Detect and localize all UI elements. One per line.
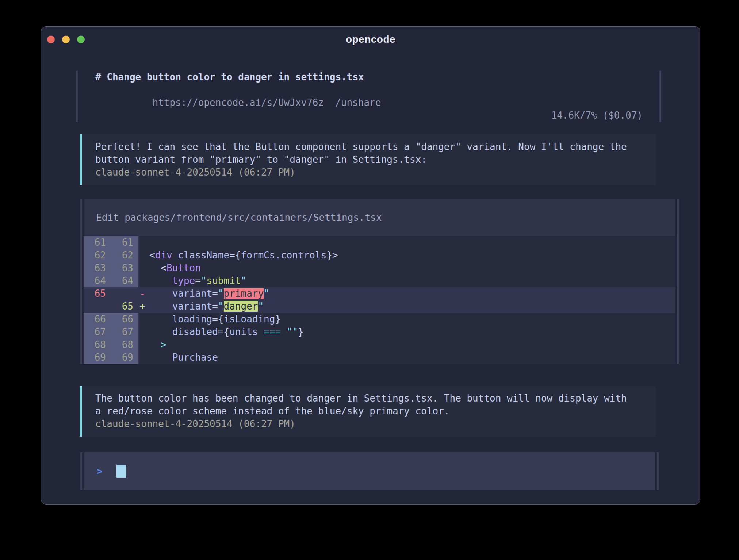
diff-new-line-number: 67	[111, 326, 138, 338]
share-url-link[interactable]: https://opencode.ai/s/UwJxv76z	[153, 97, 324, 108]
diff-new-line-number: 66	[111, 313, 138, 326]
diff-old-line-number	[84, 300, 111, 313]
session-title: # Change button color to danger in setti…	[95, 71, 381, 84]
diff-code-line: >	[146, 338, 675, 351]
diff-sign: +	[138, 300, 146, 313]
prompt-left-rule	[80, 452, 82, 490]
diff-new-line-number: 65	[111, 300, 138, 313]
header-right-rule	[659, 71, 661, 122]
opencode-window: opencode # Change button color to danger…	[41, 26, 700, 505]
prompt-row: >	[80, 452, 700, 490]
edit-tool-title: Edit packages/frontend/src/containers/Se…	[84, 199, 675, 236]
diff-row: 6262<div className={formCs.controls}>	[84, 249, 675, 262]
diff-code-line: <Button	[146, 262, 675, 275]
minimize-button[interactable]	[62, 36, 70, 43]
diff-old-line-number: 62	[84, 249, 111, 262]
edit-tool-card: Edit packages/frontend/src/containers/Se…	[80, 199, 700, 364]
diff-row: 6767 disabled={units === ""}	[84, 326, 675, 338]
diff-code-line: <div className={formCs.controls}>	[146, 249, 675, 262]
message-line: button variant from "primary" to "danger…	[95, 153, 645, 166]
diff-row: 6868 >	[84, 338, 675, 351]
diff-old-line-number: 68	[84, 338, 111, 351]
diff-new-line-number: 61	[111, 236, 138, 249]
context-usage: 14.6K/7% ($0.07)	[551, 109, 643, 122]
prompt-input[interactable]: >	[84, 452, 655, 490]
diff-new-line-number: 69	[111, 351, 138, 364]
diff-row: 65- variant="primary"	[84, 287, 675, 300]
message-line: a red/rose color scheme instead of the b…	[95, 405, 645, 418]
diff-old-line-number: 65	[84, 287, 111, 300]
diff-new-line-number: 64	[111, 275, 138, 287]
message-model-meta: claude-sonnet-4-20250514 (06:27 PM)	[95, 418, 645, 430]
assistant-message: Perfect! I can see that the Button compo…	[80, 134, 656, 185]
traffic-lights	[47, 36, 85, 43]
diff-code-line: variant="danger"	[146, 300, 675, 313]
prompt-symbol: >	[97, 466, 103, 477]
diff-old-line-number: 64	[84, 275, 111, 287]
diff-old-line-number: 67	[84, 326, 111, 338]
message-line: The button color has been changed to dan…	[95, 392, 645, 405]
message-line: Perfect! I can see that the Button compo…	[95, 141, 645, 153]
assistant-message: The button color has been changed to dan…	[80, 386, 656, 437]
diff-old-line-number: 69	[84, 351, 111, 364]
message-model-meta: claude-sonnet-4-20250514 (06:27 PM)	[95, 166, 645, 179]
diff-new-line-number	[111, 287, 138, 300]
diff-row: 6464 type="submit"	[84, 275, 675, 287]
diff-old-line-number: 63	[84, 262, 111, 275]
zoom-button[interactable]	[77, 36, 85, 43]
diff-new-line-number: 63	[111, 262, 138, 275]
diff-row: 6666 loading={isLoading}	[84, 313, 675, 326]
diff-sign: -	[138, 287, 146, 300]
text-cursor	[116, 465, 126, 478]
window-titlebar[interactable]: opencode	[41, 27, 700, 52]
diff-row: 6969 Purchase	[84, 351, 675, 364]
window-title: opencode	[346, 34, 395, 45]
diff-new-line-number: 68	[111, 338, 138, 351]
diff-row: 6363 <Button	[84, 262, 675, 275]
diff-old-line-number: 66	[84, 313, 111, 326]
diff-code-line: variant="primary"	[146, 287, 675, 300]
message-text: Perfect! I can see that the Button compo…	[95, 141, 645, 166]
diff-row: 65+ variant="danger"	[84, 300, 675, 313]
edit-left-rule	[80, 199, 82, 364]
edit-right-rule	[677, 199, 679, 364]
diff-code-line: disabled={units === ""}	[146, 326, 675, 338]
diff-view: 61616262<div className={formCs.controls}…	[84, 236, 675, 364]
hint-bar: enter send Anthropic Claude Sonnet 4	[81, 494, 655, 505]
message-text: The button color has been changed to dan…	[95, 392, 645, 418]
session-header: # Change button color to danger in setti…	[76, 71, 661, 122]
diff-new-line-number: 62	[111, 249, 138, 262]
diff-code-line: Purchase	[146, 351, 675, 364]
diff-code-line: loading={isLoading}	[146, 313, 675, 326]
diff-row: 6161	[84, 236, 675, 249]
unshare-command[interactable]: /unshare	[335, 97, 381, 108]
diff-code-line: type="submit"	[146, 275, 675, 287]
close-button[interactable]	[47, 36, 55, 43]
prompt-right-rule	[657, 452, 659, 490]
diff-old-line-number: 61	[84, 236, 111, 249]
